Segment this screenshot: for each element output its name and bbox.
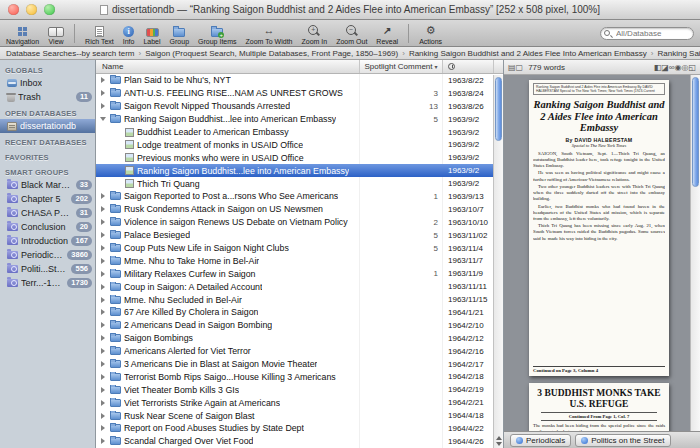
sidebar-item-chapter-5[interactable]: Chapter 5202	[0, 192, 95, 206]
disclosure-triangle-icon[interactable]	[99, 348, 107, 354]
tab-politics-on-the-street[interactable]: Politics on the Street	[575, 434, 670, 447]
info-button[interactable]: Info	[123, 20, 135, 46]
group-button[interactable]: Group	[170, 20, 189, 46]
breadcrumb-segment[interactable]: Database Searches--by search term	[6, 49, 135, 58]
table-row[interactable]: Rusk Condemns Attack in Saigon on US New…	[96, 203, 493, 216]
disclosure-triangle-icon[interactable]	[99, 90, 107, 96]
sidebar-item-dissertationdb[interactable]: dissertationdb	[0, 119, 95, 133]
table-row[interactable]: Buddhist Leader to American Embassy1963/…	[96, 126, 493, 139]
sidebar-item-politi-street[interactable]: Politi...Street556	[0, 262, 95, 276]
reveal-button[interactable]: Reveal	[376, 20, 398, 46]
titlebar[interactable]: dissertationdb — “Ranking Saigon Buddhis…	[0, 0, 700, 20]
disclosure-triangle-icon[interactable]	[99, 374, 107, 380]
document-preview[interactable]: Ranking Saigon Buddhist and 2 Aides Flee…	[504, 75, 700, 431]
table-row[interactable]: 3 Americans Die in Blast at Saigon Movie…	[96, 358, 493, 371]
tab-periodicals[interactable]: Periodicals	[510, 434, 571, 447]
disclosure-triangle-icon[interactable]	[99, 206, 107, 212]
disclosure-triangle-icon[interactable]	[99, 322, 107, 328]
disclosure-triangle-icon[interactable]	[99, 413, 107, 419]
disclosure-triangle-icon[interactable]	[99, 297, 107, 303]
table-row[interactable]: Thich Tri Quang1963/9/2	[96, 177, 493, 190]
disclosure-triangle-icon[interactable]	[99, 245, 107, 251]
disclosure-triangle-icon[interactable]	[99, 425, 107, 431]
list-scrollbar-thumb[interactable]	[495, 77, 502, 141]
table-row[interactable]: Previous monks who were in USAID Office1…	[96, 151, 493, 164]
table-row[interactable]: Saigon Bombings1964/2/12	[96, 332, 493, 345]
table-row[interactable]: ANTI-U.S. FEELING RISE...NAM AS UNREST G…	[96, 87, 493, 100]
sidebar-item-conclusion[interactable]: Conclusion20	[0, 220, 95, 234]
disclosure-triangle-icon[interactable]	[99, 335, 107, 341]
list-scrollbar[interactable]	[493, 75, 503, 448]
view-button[interactable]: View	[48, 20, 64, 46]
table-row[interactable]: Terrorist Bomb Rips Saigo...House Killin…	[96, 370, 493, 383]
column-header-name[interactable]: Name	[96, 60, 359, 73]
column-header-date[interactable]	[443, 60, 493, 73]
table-row[interactable]: Viet Terrorists Strike Again at American…	[96, 396, 493, 409]
table-row[interactable]: Rusk Near Scene of Saigon Blast1964/4/18	[96, 409, 493, 422]
zoom-out-button[interactable]: Zoom Out	[336, 20, 367, 46]
table-row[interactable]: 67 Are Killed By Cholera in Saigon1964/1…	[96, 306, 493, 319]
zoom-in-button[interactable]: Zoom In	[302, 20, 328, 46]
table-row[interactable]: Saigon Reported to Post a...rsons Who Se…	[96, 190, 493, 203]
table-row[interactable]: Military Relaxes Curfew in Saigon11963/1…	[96, 267, 493, 280]
disclosure-triangle-icon[interactable]	[99, 258, 107, 264]
table-row[interactable]: Americans Alerted for Viet Terror1964/2/…	[96, 345, 493, 358]
scroll-up-arrow[interactable]	[496, 436, 502, 440]
minimize-window-button[interactable]	[26, 4, 37, 15]
disclosure-triangle-icon[interactable]	[99, 309, 107, 315]
navigation-button[interactable]: Navigation	[6, 20, 39, 46]
column-header-spotlight-comment[interactable]: Spotlight Comment	[359, 60, 443, 73]
zoom-to-width-button[interactable]: Zoom To Width	[246, 20, 293, 46]
disclosure-triangle-icon[interactable]	[99, 117, 107, 121]
table-row[interactable]: Viet Theater Bomb Kills 3 GIs1964/2/19	[96, 383, 493, 396]
sidebar-item-periodicals[interactable]: Periodicals3860	[0, 248, 95, 262]
expand-icon[interactable]: ◱	[688, 63, 696, 72]
table-row[interactable]: Coup in Saigon: A Detailed Account1963/1…	[96, 280, 493, 293]
pen-icon[interactable]: ◪	[661, 63, 669, 72]
zoom-window-button[interactable]	[44, 4, 55, 15]
disclosure-triangle-icon[interactable]	[99, 219, 107, 225]
page-icon[interactable]: ▢	[516, 63, 524, 72]
breadcrumb-segment[interactable]: Saigon (Proquest Search, Multiple Databa…	[145, 49, 398, 58]
disclosure-triangle-icon[interactable]	[99, 103, 107, 109]
sidebar-item-inbox[interactable]: Inbox	[0, 76, 95, 90]
rich-text-button[interactable]: Rich Text	[85, 20, 114, 46]
table-row[interactable]: 2 Americans Dead in Saigon Bombing1964/2…	[96, 319, 493, 332]
disclosure-triangle-icon[interactable]	[99, 387, 107, 393]
disclosure-triangle-icon[interactable]	[99, 284, 107, 290]
table-row[interactable]: Lodge treatment of monks in USAID Office…	[96, 138, 493, 151]
text-view-icon[interactable]: ▤	[508, 63, 516, 72]
disclosure-triangle-icon[interactable]	[99, 77, 107, 83]
table-row[interactable]: Saigon Revolt Nipped Thousands Arrested1…	[96, 100, 493, 113]
disclosure-triangle-icon[interactable]	[99, 271, 107, 277]
close-window-button[interactable]	[8, 4, 19, 15]
actions-button[interactable]: Actions	[419, 20, 442, 46]
table-row[interactable]: Scandal Charged Over Viet Food1964/4/26	[96, 435, 493, 448]
disclosure-triangle-icon[interactable]	[99, 232, 107, 238]
table-row[interactable]: Plan Said to be Nhu's, NYT1963/8/22	[96, 74, 493, 87]
sidebar-item-trash[interactable]: Trash11	[0, 90, 95, 104]
search-input[interactable]	[600, 27, 694, 40]
disclosure-triangle-icon[interactable]	[99, 361, 107, 367]
preview-scrollbar-thumb[interactable]	[692, 77, 699, 187]
disclosure-triangle-icon[interactable]	[99, 400, 107, 406]
breadcrumb-segment[interactable]: Ranking Saigon	[657, 49, 700, 58]
scroll-down-arrow[interactable]	[496, 442, 502, 446]
preview-scrollbar[interactable]	[690, 75, 700, 431]
table-row[interactable]: Ranking Saigon Buddhist...lee into Ameri…	[96, 164, 493, 177]
table-row[interactable]: Palace Besieged51963/11/02	[96, 229, 493, 242]
table-row[interactable]: Report on Food Abuses Studies by State D…	[96, 422, 493, 435]
sidebar-item-black-market[interactable]: Black Market33	[0, 178, 95, 192]
disclosure-triangle-icon[interactable]	[99, 193, 107, 199]
table-row[interactable]: Mme. Nhu to Take Home in Bel-Air1963/11/…	[96, 254, 493, 267]
group-items-button[interactable]: Group Items	[198, 20, 237, 46]
label-button[interactable]: Label	[143, 20, 160, 46]
sidebar-item-terr-1968[interactable]: Terr...-19681730	[0, 276, 95, 290]
table-row[interactable]: Coup Puts New Life in Saigon Night Clubs…	[96, 242, 493, 255]
breadcrumb-segment[interactable]: Ranking Saigon Buddhist and 2 Aides Flee…	[409, 49, 647, 58]
sidebar-item-introduction[interactable]: Introduction167	[0, 234, 95, 248]
table-row[interactable]: Violence in saigon Renews US Debate on V…	[96, 216, 493, 229]
disclosure-triangle-icon[interactable]	[99, 438, 107, 444]
table-row[interactable]: Ranking Saigon Buddhist...lee into Ameri…	[96, 113, 493, 126]
table-row[interactable]: Mme. Nhu Secluded in Bel-Air1963/11/15	[96, 293, 493, 306]
